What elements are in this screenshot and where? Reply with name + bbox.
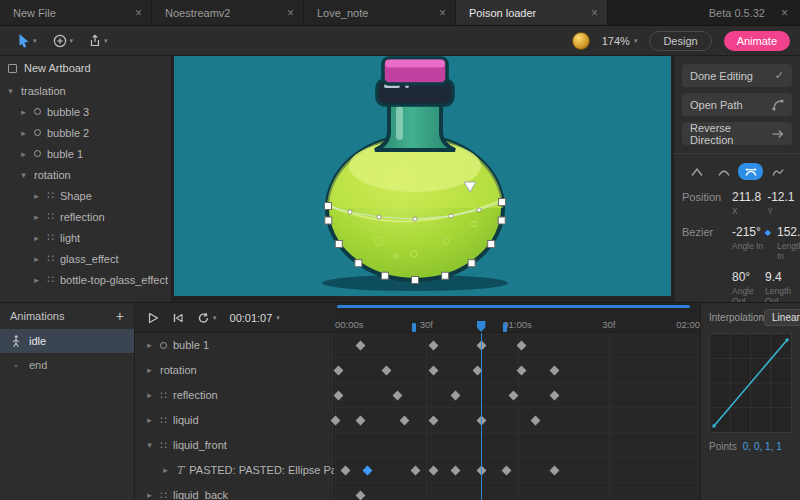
tab-close-icon[interactable]: × bbox=[287, 7, 294, 19]
skip-to-start-button[interactable] bbox=[172, 312, 184, 324]
animation-item-idle[interactable]: idle bbox=[0, 329, 134, 353]
keyframe-diamond[interactable] bbox=[450, 466, 460, 476]
timeline-row-name[interactable]: ▸∷liquid bbox=[135, 408, 335, 432]
keyframe-diamond[interactable] bbox=[363, 466, 373, 476]
keyframe-diamond[interactable] bbox=[472, 366, 482, 376]
loop-button[interactable]: ▾ bbox=[197, 312, 217, 324]
layer-item-bottle-top-glass-effect[interactable]: ▸∷bottle-top-glass_effect bbox=[0, 269, 171, 290]
angle-in-field[interactable]: -215° ◆ Angle In bbox=[732, 225, 771, 251]
chevron-down-icon[interactable]: ▾ bbox=[19, 170, 28, 180]
insert-shape-button[interactable]: ▾ bbox=[53, 34, 74, 48]
animation-item-end[interactable]: ◦end bbox=[0, 353, 134, 377]
keyframe-diamond[interactable] bbox=[429, 466, 439, 476]
keyframe-diamond[interactable] bbox=[334, 391, 344, 401]
artboard[interactable] bbox=[174, 56, 671, 296]
tab-close-icon[interactable]: × bbox=[591, 7, 598, 19]
timeline-row-lane[interactable] bbox=[335, 333, 700, 357]
export-button[interactable]: ▾ bbox=[89, 34, 108, 47]
mirrored-node-icon[interactable] bbox=[738, 163, 763, 180]
chevron-right-icon[interactable]: ▸ bbox=[161, 465, 170, 475]
length-in-field[interactable]: 152.7 Length In bbox=[777, 225, 800, 261]
timeline-row-name[interactable]: ▸∷reflection bbox=[135, 383, 335, 407]
keyframe-diamond[interactable] bbox=[502, 466, 512, 476]
keyframe-diamond[interactable] bbox=[356, 416, 366, 426]
timeline-row-lane[interactable] bbox=[335, 383, 700, 407]
asymmetric-node-icon[interactable] bbox=[765, 163, 790, 180]
layer-item-buble-1[interactable]: ▸buble 1 bbox=[0, 143, 171, 164]
tab-new-file[interactable]: New File× bbox=[0, 0, 152, 25]
timeline-scrollbar[interactable] bbox=[337, 305, 690, 308]
chevron-right-icon[interactable]: ▸ bbox=[32, 233, 41, 243]
chevron-right-icon[interactable]: ▸ bbox=[32, 275, 41, 285]
chevron-down-icon[interactable]: ▾ bbox=[6, 86, 15, 96]
timeline-row-lane[interactable] bbox=[335, 458, 700, 482]
timeline-row-lane[interactable] bbox=[335, 358, 700, 382]
length-out-field[interactable]: 9.4 Length Out bbox=[765, 270, 792, 306]
open-path-button[interactable]: Open Path bbox=[682, 93, 792, 116]
keyframe-diamond[interactable] bbox=[476, 341, 486, 351]
interpolation-graph[interactable] bbox=[709, 333, 792, 433]
layer-item-light[interactable]: ▸∷light bbox=[0, 227, 171, 248]
zoom-control[interactable]: 174% ▾ bbox=[602, 35, 638, 47]
chevron-right-icon[interactable]: ▸ bbox=[32, 191, 41, 201]
angle-out-value[interactable]: 80° bbox=[732, 270, 750, 284]
timeline-row-name[interactable]: ▸rotation bbox=[135, 358, 335, 382]
timeline-row-name[interactable]: ▸buble 1 bbox=[135, 333, 335, 357]
time-display[interactable]: 00:01:07 ▾ bbox=[230, 312, 280, 324]
select-tool-button[interactable]: ▾ bbox=[18, 33, 37, 48]
chevron-right-icon[interactable]: ▸ bbox=[145, 365, 154, 375]
add-animation-button[interactable]: + bbox=[116, 308, 124, 324]
keyframe-diamond[interactable] bbox=[410, 466, 420, 476]
keyframe-diamond[interactable] bbox=[429, 341, 439, 351]
playhead[interactable] bbox=[477, 321, 486, 332]
timeline-row-lane[interactable] bbox=[335, 483, 700, 500]
keyframe-diamond[interactable] bbox=[509, 391, 519, 401]
keyframe-diamond[interactable] bbox=[399, 416, 409, 426]
keyframe-diamond[interactable] bbox=[516, 366, 526, 376]
chevron-right-icon[interactable]: ▸ bbox=[32, 254, 41, 264]
chevron-right-icon[interactable]: ▸ bbox=[145, 415, 154, 425]
keyframe-diamond[interactable] bbox=[549, 466, 559, 476]
keyframe-diamond[interactable] bbox=[381, 366, 391, 376]
keyframe-toggle-icon[interactable]: ◆ bbox=[765, 228, 771, 237]
reverse-direction-button[interactable]: Reverse Direction bbox=[682, 122, 792, 145]
layer-item-traslation[interactable]: ▾traslation bbox=[0, 80, 171, 101]
length-out-value[interactable]: 9.4 bbox=[765, 270, 782, 284]
timeline-row-lane[interactable] bbox=[335, 408, 700, 432]
timeline-ruler[interactable]: 00:00s30f01:00s30f02:00 bbox=[335, 303, 700, 332]
chevron-right-icon[interactable]: ▸ bbox=[145, 390, 154, 400]
chevron-down-icon[interactable]: ▾ bbox=[145, 440, 154, 450]
layer-item-rotation[interactable]: ▾rotation bbox=[0, 164, 171, 185]
design-button[interactable]: Design bbox=[649, 31, 711, 51]
done-editing-button[interactable]: Done Editing ✓ bbox=[682, 64, 792, 87]
position-x-field[interactable]: 211.8 X bbox=[732, 190, 761, 216]
keyframe-diamond[interactable] bbox=[476, 466, 486, 476]
keyframe-diamond[interactable] bbox=[392, 391, 402, 401]
tab-noestreamv2[interactable]: Noestreamv2× bbox=[152, 0, 304, 25]
keyframe-diamond[interactable] bbox=[356, 341, 366, 351]
smooth-node-icon[interactable] bbox=[711, 163, 736, 180]
keyframe-diamond[interactable] bbox=[549, 366, 559, 376]
position-y-field[interactable]: -12.1 Y bbox=[767, 190, 794, 216]
chevron-right-icon[interactable]: ▸ bbox=[145, 340, 154, 350]
angle-out-field[interactable]: 80° Angle Out bbox=[732, 270, 759, 306]
canvas[interactable] bbox=[172, 56, 673, 302]
keyframe-diamond[interactable] bbox=[356, 491, 366, 500]
position-x-value[interactable]: 211.8 bbox=[732, 190, 761, 204]
angle-in-value[interactable]: -215° bbox=[732, 225, 761, 239]
tab-close-icon[interactable]: × bbox=[439, 7, 446, 19]
tab-love-note[interactable]: Love_note× bbox=[304, 0, 456, 25]
range-marker[interactable] bbox=[412, 323, 416, 332]
layer-item-bubble-3[interactable]: ▸bubble 3 bbox=[0, 101, 171, 122]
timeline-row-name[interactable]: ▾∷liquid_front bbox=[135, 433, 335, 457]
animate-button[interactable]: Animate bbox=[724, 31, 790, 51]
layer-item-glass-effect[interactable]: ▸∷glass_effect bbox=[0, 248, 171, 269]
keyframe-diamond[interactable] bbox=[429, 366, 439, 376]
length-in-value[interactable]: 152.7 bbox=[777, 225, 800, 239]
keyframe-diamond[interactable] bbox=[429, 416, 439, 426]
keyframe-diamond[interactable] bbox=[334, 366, 344, 376]
position-y-value[interactable]: -12.1 bbox=[767, 190, 794, 204]
tab-close-icon[interactable]: × bbox=[135, 7, 142, 19]
play-button[interactable] bbox=[148, 312, 159, 324]
artboard-item[interactable]: New Artboard bbox=[0, 56, 171, 80]
